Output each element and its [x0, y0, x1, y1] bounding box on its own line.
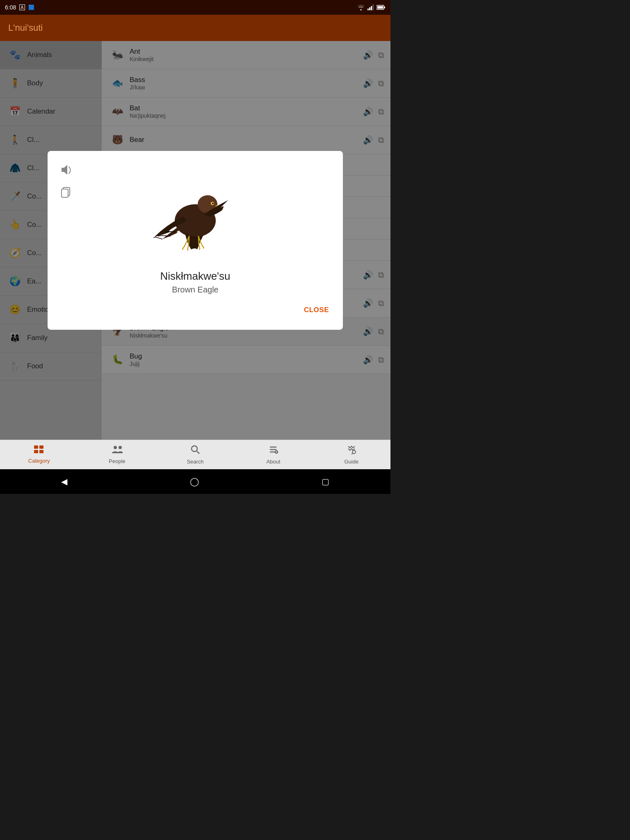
search-nav-icon — [190, 445, 200, 457]
home-btn[interactable]: ◯ — [190, 477, 199, 486]
svg-rect-8 — [62, 189, 68, 197]
status-sim-icon: 🟦 — [28, 5, 34, 10]
svg-rect-5 — [377, 6, 383, 9]
search-nav-label: Search — [187, 459, 203, 465]
svg-rect-14 — [34, 445, 38, 449]
dialog-sound-btn[interactable] — [60, 163, 73, 179]
svg-rect-2 — [371, 6, 372, 10]
app-header: L'nui'suti — [0, 15, 390, 41]
status-right — [357, 5, 386, 10]
time-display: 6:08 — [5, 4, 16, 11]
status-bar: 6:08 A 🟦 — [0, 0, 390, 15]
svg-rect-3 — [372, 5, 374, 10]
eagle-image — [150, 167, 240, 258]
svg-point-20 — [192, 446, 197, 452]
svg-rect-1 — [369, 7, 370, 10]
svg-rect-16 — [34, 450, 38, 453]
svg-rect-0 — [368, 9, 369, 10]
status-left: 6:08 A 🟦 — [5, 4, 34, 11]
status-a-icon: A — [19, 5, 25, 10]
dialog-actions — [60, 163, 73, 201]
nav-item-people[interactable]: People — [78, 445, 156, 464]
svg-point-19 — [119, 446, 122, 449]
dialog-close-btn[interactable]: CLOSE — [302, 303, 331, 317]
category-nav-icon — [34, 445, 44, 456]
bottom-nav: Category People Search — [0, 440, 390, 469]
dialog-translation: Brown Eagle — [60, 285, 331, 294]
main-content: 🐾 Animals 🧍 Body 📅 Calendar 🚶 Cl... 🧥 Cl… — [0, 41, 390, 440]
svg-rect-17 — [39, 450, 43, 453]
people-nav-label: People — [109, 458, 125, 464]
svg-rect-15 — [39, 445, 43, 449]
dialog: Niskłmakwe'su Brown Eagle CLOSE — [48, 151, 343, 330]
guide-nav-icon — [347, 445, 356, 457]
nav-item-about[interactable]: About — [234, 445, 312, 465]
nav-item-category[interactable]: Category — [0, 445, 78, 464]
dialog-word: Niskłmakwe'su — [60, 270, 331, 283]
system-nav-bar: ◀ ◯ ▢ — [0, 469, 390, 494]
dialog-overlay: Niskłmakwe'su Brown Eagle CLOSE — [0, 41, 390, 440]
battery-icon — [377, 5, 386, 10]
wifi-icon — [357, 5, 365, 10]
svg-point-18 — [114, 446, 117, 449]
about-nav-icon — [268, 445, 278, 457]
svg-point-13 — [212, 203, 214, 204]
back-btn[interactable]: ◀ — [61, 477, 67, 486]
nav-item-guide[interactable]: Guide — [313, 445, 390, 465]
people-nav-icon — [112, 445, 123, 457]
svg-rect-6 — [384, 7, 385, 8]
guide-nav-label: Guide — [344, 459, 358, 465]
about-nav-label: About — [266, 459, 280, 465]
app-title: L'nui'suti — [8, 23, 43, 33]
svg-line-21 — [197, 451, 199, 454]
signal-icon — [368, 5, 374, 10]
svg-point-26 — [352, 450, 356, 454]
recents-btn[interactable]: ▢ — [322, 477, 329, 486]
category-nav-label: Category — [28, 458, 50, 464]
dialog-image-area — [60, 163, 331, 262]
svg-point-25 — [275, 451, 278, 453]
svg-line-27 — [352, 453, 353, 454]
dialog-close-row: CLOSE — [60, 303, 331, 317]
nav-item-search[interactable]: Search — [156, 445, 234, 465]
dialog-copy-btn[interactable] — [60, 186, 72, 201]
